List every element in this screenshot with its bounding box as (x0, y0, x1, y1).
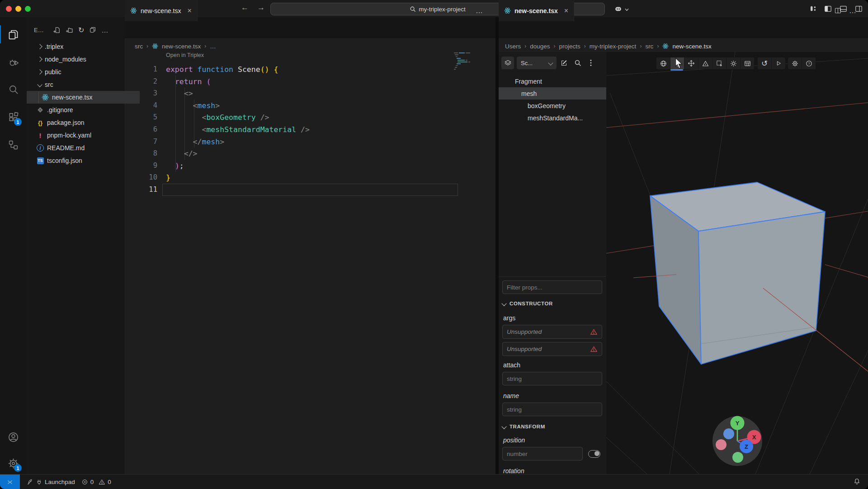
codelens-open-in-triplex[interactable]: Open in Triplex (166, 52, 204, 58)
close-icon[interactable]: × (564, 7, 568, 15)
notifications-bell[interactable] (853, 478, 861, 487)
problems-status-item[interactable]: 0 0 (81, 479, 111, 485)
run-debug-view-button[interactable] (0, 53, 27, 71)
back-arrow-icon[interactable]: ← (241, 3, 249, 12)
scene-canvas[interactable]: Y X Z (606, 52, 868, 474)
extensions-view-button[interactable] (0, 108, 27, 126)
breadcrumb-item[interactable]: douges (530, 43, 550, 50)
launchpad-status-item[interactable]: Launchpad (26, 479, 75, 486)
scene-tree-item-fragment[interactable]: Fragment (499, 75, 623, 87)
attach-input[interactable] (502, 372, 602, 385)
kebab-menu-icon[interactable] (588, 59, 594, 66)
tree-item-public[interactable]: public (27, 66, 136, 78)
minimap[interactable] (453, 52, 475, 71)
filter-props-input[interactable] (502, 280, 602, 294)
accounts-button[interactable] (0, 428, 27, 446)
minimize-window-button[interactable] (15, 6, 21, 12)
new-folder-icon[interactable] (66, 26, 73, 34)
gizmo-z-label[interactable]: Z (745, 443, 748, 450)
code-line[interactable]: 11 (125, 184, 495, 196)
settings-button[interactable] (0, 454, 27, 472)
breadcrumb-item[interactable]: my-triplex-project (590, 43, 637, 50)
forward-arrow-icon[interactable]: → (257, 3, 265, 12)
name-input[interactable] (502, 403, 602, 416)
tree-item-gitignore[interactable]: .gitignore (27, 104, 135, 116)
copilot-chevron-icon[interactable] (624, 6, 629, 14)
frame-panels-button[interactable] (741, 57, 754, 69)
editor-tab-new-scene[interactable]: new-scene.tsx × (125, 0, 198, 21)
editor-group-sash[interactable] (495, 17, 499, 474)
triplex-breadcrumb[interactable]: Users › douges › projects › my-triplex-p… (505, 40, 712, 52)
layers-button[interactable] (501, 57, 514, 69)
box-select-tool-button[interactable] (712, 57, 726, 69)
zoom-window-button[interactable] (25, 6, 31, 12)
settings-badge: 1 (14, 464, 22, 472)
rotate-tool-button[interactable] (698, 57, 712, 69)
collapse-folders-icon[interactable] (89, 26, 96, 33)
close-window-button[interactable] (6, 6, 12, 12)
transform-section-header[interactable]: TRANSFORM (502, 424, 545, 429)
code-line[interactable]: 4 <mesh> (125, 100, 495, 112)
breadcrumb-item[interactable]: Users (505, 43, 521, 50)
code-line[interactable]: 10} (125, 171, 495, 184)
code-line[interactable]: 9 ); (125, 160, 495, 172)
breadcrumb-item[interactable]: new-scene.tsx (672, 43, 711, 50)
code-line[interactable]: 3 <> (125, 87, 495, 100)
constructor-section-header[interactable]: CONSTRUCTOR (502, 301, 553, 306)
tree-item-triplex[interactable]: .triplex (27, 40, 136, 53)
code-line[interactable]: 5 <boxGeometry /> (125, 111, 495, 123)
position-toggle[interactable] (588, 450, 600, 458)
search-icon[interactable] (574, 59, 581, 66)
breadcrumb-item[interactable]: src (645, 43, 653, 50)
toggle-sidebar-icon[interactable] (824, 5, 832, 14)
world-space-button[interactable] (656, 57, 670, 69)
search-view-button[interactable] (0, 81, 27, 99)
breadcrumb-item[interactable]: new-scene.tsx (162, 43, 201, 50)
breadcrumb-item[interactable]: projects (559, 43, 580, 50)
tree-item-src[interactable]: src (27, 78, 136, 91)
scene-select-dropdown[interactable]: Sc... (517, 57, 557, 69)
close-icon[interactable]: × (187, 7, 191, 15)
code-line[interactable]: 2 return ( (125, 76, 495, 88)
hierarchy-view-button[interactable] (0, 136, 27, 154)
breadcrumb-item[interactable]: … (210, 43, 216, 50)
more-actions-icon[interactable]: … (101, 26, 108, 34)
viewport-settings-button[interactable] (788, 57, 802, 69)
more-actions-icon[interactable]: … (476, 7, 483, 15)
lighting-toggle-button[interactable] (726, 57, 741, 69)
triplex-tab-new-scene[interactable]: new-scene.tsx × (499, 0, 574, 21)
breadcrumb-item[interactable]: src (135, 43, 143, 50)
undo-button[interactable]: ↺ (758, 57, 772, 69)
search-icon (410, 6, 416, 12)
split-editor-icon[interactable] (834, 7, 842, 14)
new-file-icon[interactable] (53, 26, 61, 34)
args-unsupported-field-1[interactable]: Unsupported (502, 325, 602, 339)
explorer-header: E… ↻ … (27, 24, 125, 36)
more-actions-icon[interactable]: … (849, 7, 857, 15)
gizmo-y-label[interactable]: Y (736, 420, 740, 427)
breadcrumb[interactable]: src › new-scene.tsx › … (135, 40, 216, 52)
tree-item-pnpm-lock[interactable]: ! pnpm-lock.yaml (27, 129, 135, 142)
code-line[interactable]: 8 </> (125, 147, 495, 160)
gizmo-x-label[interactable]: X (752, 434, 756, 441)
position-input[interactable] (502, 447, 583, 461)
tree-item-package-json[interactable]: {} package.json (27, 116, 135, 129)
translate-tool-button[interactable] (684, 57, 698, 69)
tree-item-readme[interactable]: i README.md (27, 142, 135, 154)
tree-item-tsconfig[interactable]: TS tsconfig.json (27, 154, 135, 167)
refresh-icon[interactable]: ↻ (78, 26, 84, 34)
tree-item-new-scene[interactable]: new-scene.tsx (27, 91, 140, 104)
code-line[interactable]: 6 <meshStandardMaterial /> (125, 123, 495, 136)
copilot-icon[interactable] (614, 5, 623, 14)
tree-item-node-modules[interactable]: node_modules (27, 53, 136, 66)
remote-indicator-button[interactable] (0, 475, 20, 489)
edit-icon[interactable] (560, 59, 568, 67)
customize-layout-icon[interactable] (809, 5, 817, 14)
play-button[interactable] (772, 57, 785, 69)
triplex-3d-viewport[interactable]: Y X Z (606, 52, 868, 474)
code-line[interactable]: 7 </mesh> (125, 136, 495, 148)
code-line[interactable]: 1export function Scene() { (125, 63, 495, 76)
args-unsupported-field-2[interactable]: Unsupported (502, 342, 602, 356)
explorer-view-button[interactable] (0, 25, 27, 43)
help-button[interactable]: ? (802, 57, 816, 69)
